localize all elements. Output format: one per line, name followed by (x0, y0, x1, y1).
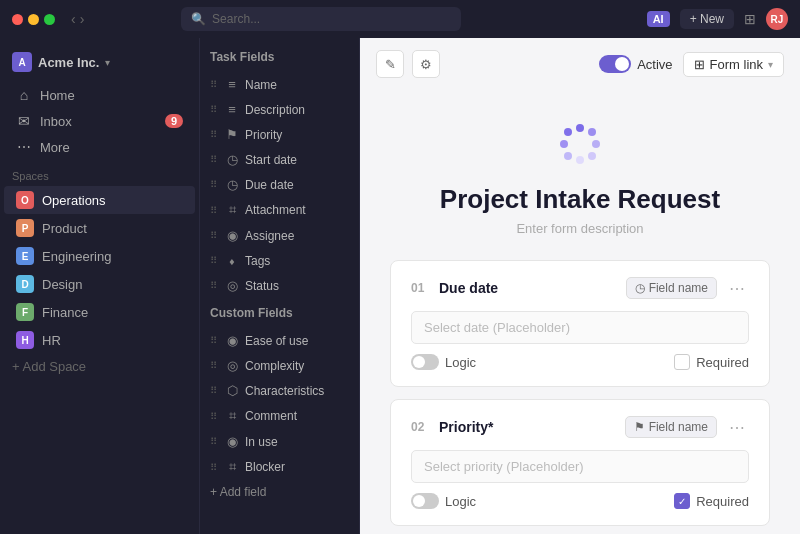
svg-point-3 (588, 152, 596, 160)
field-due-date[interactable]: ⠿ ◷ Due date (200, 172, 359, 197)
field-in-use[interactable]: ⠿ ◉ In use (200, 429, 359, 454)
engineering-dot: E (16, 247, 34, 265)
navigation-arrows: ‹ › (71, 11, 84, 27)
field-name-badge-1[interactable]: ◷ Field name (626, 277, 717, 299)
required-checkbox-1[interactable] (674, 354, 690, 370)
sidebar-label-home: Home (40, 88, 75, 103)
complexity-icon: ◎ (225, 358, 239, 373)
field-attachment[interactable]: ⠿ ⌗ Attachment (200, 197, 359, 223)
field-ease-of-use[interactable]: ⠿ ◉ Ease of use (200, 328, 359, 353)
field-label-attachment: Attachment (245, 203, 306, 217)
close-dot[interactable] (12, 14, 23, 25)
field-label-status: Status (245, 279, 279, 293)
card-footer-2: Logic ✓ Required (411, 493, 749, 509)
active-label: Active (637, 57, 672, 72)
chevron-down-icon: ▾ (768, 59, 773, 70)
description-icon: ≡ (225, 102, 239, 117)
field-name-badge-2[interactable]: ⚑ Field name (625, 416, 717, 438)
field-label-in-use: In use (245, 435, 278, 449)
logic-switch-2[interactable] (411, 493, 439, 509)
card-input-due-date: Select date (Placeholder) (411, 311, 749, 344)
fields-panel: Task Fields ⠿ ≡ Name ⠿ ≡ Description ⠿ ⚑… (200, 38, 360, 534)
sidebar-label-engineering: Engineering (42, 249, 111, 264)
field-status[interactable]: ⠿ ◎ Status (200, 273, 359, 298)
active-toggle[interactable] (599, 55, 631, 73)
field-label-comment: Comment (245, 409, 297, 423)
logic-label-1: Logic (445, 355, 476, 370)
forward-button[interactable]: › (80, 11, 85, 27)
field-priority[interactable]: ⠿ ⚑ Priority (200, 122, 359, 147)
minimize-dot[interactable] (28, 14, 39, 25)
sidebar-item-inbox[interactable]: ✉ Inbox 9 (4, 108, 195, 134)
field-description[interactable]: ⠿ ≡ Description (200, 97, 359, 122)
sidebar-label-more: More (40, 140, 70, 155)
field-assignee[interactable]: ⠿ ◉ Assignee (200, 223, 359, 248)
field-label-tags: Tags (245, 254, 270, 268)
toggle-knob (615, 57, 629, 71)
card-title-due-date: Due date (439, 280, 626, 296)
sidebar-item-finance[interactable]: F Finance (4, 298, 195, 326)
more-menu-2[interactable]: ⋯ (725, 418, 749, 437)
field-name[interactable]: ⠿ ≡ Name (200, 72, 359, 97)
more-icon: ⋯ (16, 139, 32, 155)
drag-handle: ⠿ (210, 255, 217, 266)
field-complexity[interactable]: ⠿ ◎ Complexity (200, 353, 359, 378)
name-icon: ≡ (225, 77, 239, 92)
workspace-name: Acme Inc. (38, 55, 99, 70)
field-blocker[interactable]: ⠿ ⌗ Blocker (200, 454, 359, 480)
new-button[interactable]: + New (680, 9, 734, 29)
blocker-icon: ⌗ (225, 459, 239, 475)
drag-handle: ⠿ (210, 360, 217, 371)
sidebar-item-design[interactable]: D Design (4, 270, 195, 298)
search-icon: 🔍 (191, 12, 206, 26)
spinner-icon (556, 120, 604, 168)
required-group-1: Required (674, 354, 749, 370)
settings-button[interactable]: ⚙ (412, 50, 440, 78)
sidebar-item-hr[interactable]: H HR (4, 326, 195, 354)
form-area: Project Intake Request Enter form descri… (360, 90, 800, 534)
priority-icon: ⚑ (225, 127, 239, 142)
header-right: Active ⊞ Form link ▾ (599, 52, 784, 77)
content-header: ✎ ⚙ Active ⊞ Form link ▾ (360, 38, 800, 90)
grid-icon[interactable]: ⊞ (744, 11, 756, 27)
sidebar-item-more[interactable]: ⋯ More (4, 134, 195, 160)
workspace-switcher[interactable]: A Acme Inc. ▾ (0, 46, 199, 82)
form-link-button[interactable]: ⊞ Form link ▾ (683, 52, 784, 77)
field-tags[interactable]: ⠿ ⬧ Tags (200, 248, 359, 273)
sidebar-item-product[interactable]: P Product (4, 214, 195, 242)
comment-icon: ⌗ (225, 408, 239, 424)
card-number-1: 01 (411, 281, 431, 295)
avatar: RJ (766, 8, 788, 30)
drag-handle: ⠿ (210, 129, 217, 140)
maximize-dot[interactable] (44, 14, 55, 25)
form-link-icon: ⊞ (694, 57, 705, 72)
sidebar-label-finance: Finance (42, 305, 88, 320)
svg-point-5 (564, 152, 572, 160)
edit-button[interactable]: ✎ (376, 50, 404, 78)
field-characteristics[interactable]: ⠿ ⬡ Characteristics (200, 378, 359, 403)
required-label-2: Required (696, 494, 749, 509)
home-icon: ⌂ (16, 87, 32, 103)
logic-switch-1[interactable] (411, 354, 439, 370)
ai-badge: AI (647, 11, 670, 27)
field-label-description: Description (245, 103, 305, 117)
sidebar-item-engineering[interactable]: E Engineering (4, 242, 195, 270)
sidebar-item-home[interactable]: ⌂ Home (4, 82, 195, 108)
add-field-button[interactable]: + Add field (200, 480, 359, 504)
sidebar-label-inbox: Inbox (40, 114, 72, 129)
product-dot: P (16, 219, 34, 237)
field-label-due-date: Due date (245, 178, 294, 192)
add-field-label: + Add field (210, 485, 266, 499)
search-bar[interactable]: 🔍 Search... (181, 7, 461, 31)
more-menu-1[interactable]: ⋯ (725, 279, 749, 298)
sidebar-item-operations[interactable]: O Operations (4, 186, 195, 214)
finance-dot: F (16, 303, 34, 321)
add-space-button[interactable]: + Add Space (0, 354, 199, 379)
required-checkbox-2[interactable]: ✓ (674, 493, 690, 509)
svg-point-7 (564, 128, 572, 136)
field-comment[interactable]: ⠿ ⌗ Comment (200, 403, 359, 429)
spaces-label: Spaces (0, 160, 199, 186)
back-button[interactable]: ‹ (71, 11, 76, 27)
main-layout: A Acme Inc. ▾ ⌂ Home ✉ Inbox 9 ⋯ More Sp… (0, 38, 800, 534)
field-start-date[interactable]: ⠿ ◷ Start date (200, 147, 359, 172)
